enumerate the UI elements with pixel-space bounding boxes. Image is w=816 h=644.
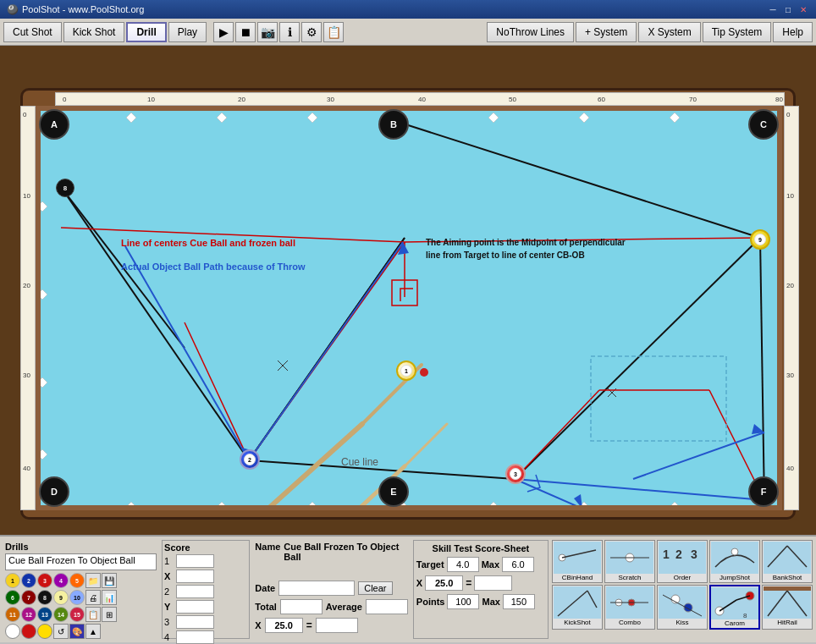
thumb-cbinhand[interactable]: CBinHand (552, 540, 603, 583)
mini-ball-12[interactable]: 12 (21, 607, 36, 622)
clear-button[interactable]: Clear (358, 581, 392, 595)
mini-ball-1[interactable]: 1 (5, 573, 20, 588)
window-title: PoolShot - www.PoolShot.org (22, 4, 144, 14)
settings-icon-button[interactable]: ⚙ (301, 22, 322, 42)
score-x-input[interactable] (176, 570, 214, 583)
mini-ball-15[interactable]: 15 (69, 607, 85, 622)
thumb-bankshot[interactable]: BankShot (762, 540, 813, 583)
annotation-line-of-centers: Line of centers Cue Ball and frozen ball (121, 238, 295, 248)
cut-shot-button[interactable]: Cut Shot (3, 22, 62, 42)
drill-button[interactable]: Drill (126, 22, 166, 42)
svg-text:20: 20 (786, 282, 794, 289)
skill-result-input[interactable] (474, 575, 512, 591)
help-button[interactable]: Help (773, 22, 813, 42)
score-y-label: Y (164, 602, 174, 612)
score-y-input[interactable] (176, 600, 214, 614)
mini-ball-5[interactable]: 5 (69, 573, 85, 588)
total-input[interactable] (280, 599, 323, 614)
mini-ball-7[interactable]: 7 (21, 590, 36, 605)
mini-ball-yellow[interactable] (37, 624, 52, 639)
svg-marker-28 (41, 377, 47, 388)
mini-ball-4[interactable]: 4 (53, 573, 69, 588)
close-button[interactable]: ✕ (797, 3, 809, 15)
mini-ball-10[interactable]: 10 (69, 590, 85, 605)
minimize-button[interactable]: ─ (767, 3, 779, 15)
average-label: Average (326, 602, 362, 612)
kick-shot-button[interactable]: Kick Shot (63, 22, 125, 42)
plus-system-button[interactable]: + System (576, 22, 637, 42)
svg-text:50: 50 (509, 96, 516, 103)
mini-ball-white[interactable] (5, 624, 20, 639)
mini-ball-13[interactable]: 13 (37, 607, 52, 622)
thumb-kiss[interactable]: Kiss (657, 585, 708, 630)
maximize-button[interactable]: □ (782, 3, 794, 15)
play-button[interactable]: Play (168, 22, 207, 42)
camera-icon-button[interactable]: 📷 (257, 22, 278, 42)
target-input[interactable] (447, 557, 479, 572)
score-x-label: X (164, 571, 174, 581)
mini-ball-8[interactable]: 8 (37, 590, 52, 605)
score-row-1-input[interactable] (176, 554, 214, 568)
thumb-jumpshot[interactable]: JumpShot (709, 540, 760, 583)
svg-marker-21 (307, 113, 317, 123)
mini-ball-3[interactable]: 3 (37, 573, 52, 588)
pool-table-felt[interactable]: A B C D E F 8 1 2 3 9 Line of cente (36, 106, 782, 510)
drills-list[interactable]: Cue Ball Frozen To Object Ball (5, 553, 157, 570)
list-icon[interactable]: 📋 (85, 607, 101, 622)
info-icon-button[interactable]: ℹ (279, 22, 300, 42)
result-input[interactable] (316, 618, 358, 633)
ball-8: 8 (56, 179, 74, 197)
no-throw-lines-button[interactable]: NoThrow Lines (487, 22, 574, 42)
print-icon[interactable]: 🖨 (85, 590, 101, 605)
thumb-scratch[interactable]: Scratch (604, 540, 655, 583)
average-input[interactable] (366, 599, 408, 614)
mini-ball-6[interactable]: 6 (5, 590, 20, 605)
max-input[interactable] (502, 557, 534, 572)
folder-icon[interactable]: 📁 (85, 573, 101, 588)
thumb-carom-label: Carom (725, 619, 745, 627)
thumb-kickshot[interactable]: KickShot (552, 585, 603, 630)
score-row-3-input[interactable] (176, 615, 214, 629)
play-icon-button[interactable]: ▶ (213, 22, 234, 42)
points-input[interactable] (447, 594, 479, 609)
score-row-4-input[interactable] (176, 630, 214, 644)
mini-ball-11[interactable]: 11 (5, 607, 20, 622)
clipboard-icon-button[interactable]: 📋 (323, 22, 344, 42)
svg-line-100 (787, 591, 807, 616)
bottom-panel: Drills Cue Ball Frozen To Object Ball 1 … (0, 535, 816, 642)
thumb-hitrail[interactable]: HitRail (762, 585, 813, 630)
x-system-button[interactable]: X System (638, 22, 700, 42)
up-icon[interactable]: ▲ (85, 624, 101, 639)
thumb-order[interactable]: 1 2 3 Order (657, 540, 708, 583)
thumb-combo[interactable]: Combo (604, 585, 655, 630)
thumb-carom[interactable]: 8 Carom (709, 585, 760, 630)
save-icon[interactable]: 💾 (102, 573, 117, 588)
grid-icon[interactable]: ⊞ (102, 607, 117, 622)
refresh-icon[interactable]: ↺ (53, 624, 69, 639)
mini-ball-14[interactable]: 14 (53, 607, 69, 622)
svg-text:60: 60 (598, 96, 605, 103)
chart-icon[interactable]: 📊 (102, 590, 117, 605)
tip-system-button[interactable]: Tip System (703, 22, 772, 42)
stop-icon-button[interactable]: ⏹ (235, 22, 256, 42)
svg-text:0: 0 (786, 111, 791, 118)
mini-ball-9[interactable]: 9 (53, 590, 69, 605)
svg-line-64 (249, 242, 403, 460)
right-ruler: 0 10 20 30 40 (784, 106, 799, 510)
svg-marker-23 (488, 113, 499, 123)
mini-ball-red[interactable] (21, 624, 36, 639)
titlebar: 🎱 PoolShot - www.PoolShot.org ─ □ ✕ (0, 0, 816, 19)
color-icon[interactable]: 🎨 (69, 624, 85, 639)
svg-text:10: 10 (147, 96, 155, 103)
x-value-display: 25.0 (265, 618, 303, 633)
svg-line-44 (608, 388, 616, 397)
svg-line-68 (515, 479, 764, 500)
score-row-2-label: 2 (164, 586, 174, 597)
date-input[interactable] (278, 581, 355, 596)
score-row-2-input[interactable] (176, 585, 214, 598)
score-row-3-label: 3 (164, 617, 174, 627)
score-title: Score (164, 542, 247, 553)
points-max-input[interactable] (503, 594, 535, 609)
svg-marker-20 (217, 113, 227, 123)
mini-ball-2[interactable]: 2 (21, 573, 36, 588)
